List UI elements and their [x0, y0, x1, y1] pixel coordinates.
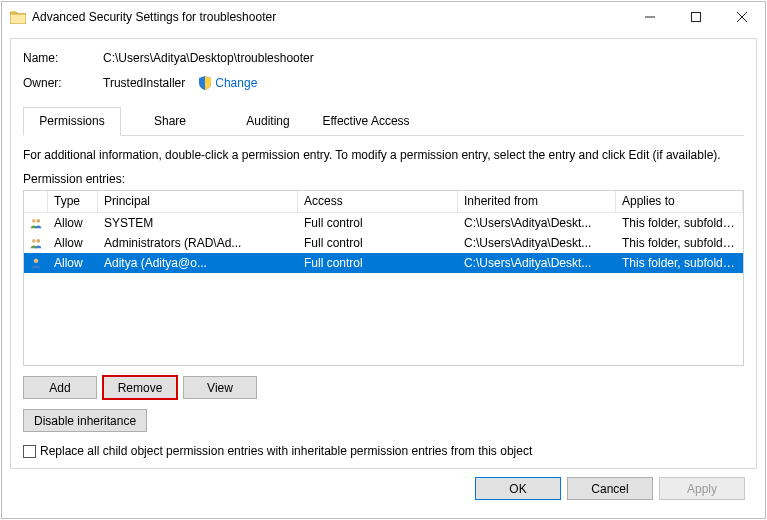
close-button[interactable] [719, 2, 765, 32]
svg-point-9 [34, 259, 39, 264]
svg-rect-2 [692, 13, 701, 22]
header-principal[interactable]: Principal [98, 191, 298, 212]
remove-button[interactable]: Remove [103, 376, 177, 399]
svg-point-8 [36, 239, 40, 243]
table-row[interactable]: AllowAditya (Aditya@o...Full controlC:\U… [24, 253, 743, 273]
cell-applies: This folder, subfolders and files [616, 254, 743, 272]
cell-applies: This folder, subfolders and files [616, 214, 743, 232]
cell-access: Full control [298, 254, 458, 272]
table-row[interactable]: AllowAdministrators (RAD\Ad...Full contr… [24, 233, 743, 253]
cell-access: Full control [298, 234, 458, 252]
header-type[interactable]: Type [48, 191, 98, 212]
change-owner-link[interactable]: Change [215, 76, 257, 90]
apply-button: Apply [659, 477, 745, 500]
tab-permissions[interactable]: Permissions [23, 107, 121, 136]
info-text: For additional information, double-click… [23, 148, 744, 162]
cell-access: Full control [298, 214, 458, 232]
name-value: C:\Users\Aditya\Desktop\troubleshooter [103, 51, 314, 65]
cell-type: Allow [48, 214, 98, 232]
group-icon [24, 233, 48, 253]
dialog-footer: OK Cancel Apply [10, 469, 757, 510]
replace-child-checkbox[interactable] [23, 445, 36, 458]
minimize-button[interactable] [627, 2, 673, 32]
user-icon [24, 253, 48, 273]
tabs: Permissions Share Auditing Effective Acc… [23, 107, 744, 136]
replace-child-label: Replace all child object permission entr… [40, 444, 532, 458]
shield-icon [197, 75, 213, 91]
cell-principal: Administrators (RAD\Ad... [98, 234, 298, 252]
cell-inherited: C:\Users\Aditya\Deskt... [458, 254, 616, 272]
advanced-security-window: Advanced Security Settings for troublesh… [1, 1, 766, 519]
tab-share[interactable]: Share [121, 107, 219, 135]
cancel-button[interactable]: Cancel [567, 477, 653, 500]
view-button[interactable]: View [183, 376, 257, 399]
grid-header: Type Principal Access Inherited from App… [24, 191, 743, 213]
content-panel: Name: C:\Users\Aditya\Desktop\troublesho… [10, 38, 757, 469]
cell-principal: Aditya (Aditya@o... [98, 254, 298, 272]
cell-type: Allow [48, 254, 98, 272]
ok-button[interactable]: OK [475, 477, 561, 500]
group-icon [24, 213, 48, 233]
table-row[interactable]: AllowSYSTEMFull controlC:\Users\Aditya\D… [24, 213, 743, 233]
svg-point-6 [36, 219, 40, 223]
header-inherited[interactable]: Inherited from [458, 191, 616, 212]
owner-label: Owner: [23, 76, 103, 90]
titlebar: Advanced Security Settings for troublesh… [2, 2, 765, 32]
cell-principal: SYSTEM [98, 214, 298, 232]
header-access[interactable]: Access [298, 191, 458, 212]
header-applies[interactable]: Applies to [616, 191, 743, 212]
svg-point-7 [32, 239, 36, 243]
name-label: Name: [23, 51, 103, 65]
maximize-button[interactable] [673, 2, 719, 32]
owner-value: TrustedInstaller [103, 76, 185, 90]
window-title: Advanced Security Settings for troublesh… [32, 10, 627, 24]
cell-applies: This folder, subfolders and files [616, 234, 743, 252]
svg-point-5 [32, 219, 36, 223]
disable-inheritance-button[interactable]: Disable inheritance [23, 409, 147, 432]
cell-inherited: C:\Users\Aditya\Deskt... [458, 214, 616, 232]
add-button[interactable]: Add [23, 376, 97, 399]
tab-effective-access[interactable]: Effective Access [317, 107, 415, 135]
svg-rect-0 [10, 14, 26, 24]
permissions-grid[interactable]: Type Principal Access Inherited from App… [23, 190, 744, 366]
replace-child-checkbox-row[interactable]: Replace all child object permission entr… [23, 444, 744, 458]
tab-auditing[interactable]: Auditing [219, 107, 317, 135]
entries-label: Permission entries: [23, 172, 744, 186]
cell-type: Allow [48, 234, 98, 252]
folder-icon [10, 10, 26, 24]
cell-inherited: C:\Users\Aditya\Deskt... [458, 234, 616, 252]
